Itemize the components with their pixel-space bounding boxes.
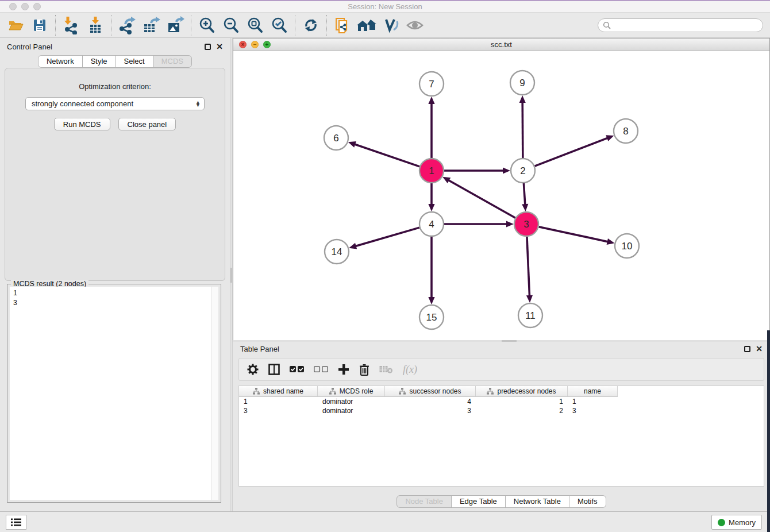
tab-edge-table[interactable]: Edge Table	[451, 495, 506, 508]
edge-4-14[interactable]	[355, 228, 419, 246]
main-area: Control Panel ✕ NetworkStyleSelectMCDS O…	[0, 38, 770, 511]
search-box[interactable]	[598, 18, 763, 32]
open-sample-network-button[interactable]	[330, 14, 355, 36]
splitter-grip[interactable]	[230, 268, 232, 283]
column-header-name[interactable]: name	[568, 386, 618, 397]
open-session-button[interactable]	[3, 14, 28, 36]
cell-name[interactable]: 3	[568, 406, 618, 415]
tab-network[interactable]: Network	[38, 55, 83, 68]
column-flow-icon	[399, 388, 406, 395]
tab-network-table[interactable]: Network Table	[505, 495, 569, 508]
column-header-mcds-role[interactable]: MCDS role	[318, 386, 385, 397]
refresh-icon	[303, 17, 319, 33]
network-canvas[interactable]: 7968124314101511	[233, 51, 769, 340]
toolbar-separator	[326, 15, 327, 36]
cell-successor-nodes[interactable]: 3	[385, 406, 476, 415]
cell-mcds-role[interactable]: dominator	[318, 406, 385, 415]
edge-2-8[interactable]	[535, 138, 609, 166]
cell-shared-name[interactable]: 3	[239, 406, 318, 415]
node-label: 10	[622, 241, 633, 252]
edge-2-3[interactable]	[523, 183, 525, 205]
task-history-button[interactable]	[6, 515, 26, 530]
zoom-fit-icon	[247, 17, 264, 34]
save-session-button[interactable]	[28, 14, 52, 36]
zoom-out-button[interactable]	[219, 14, 243, 36]
edge-3-1[interactable]	[448, 180, 515, 218]
mcds-result-text[interactable]: 1 3	[10, 287, 211, 500]
table-row[interactable]: 3dominator323	[239, 406, 764, 415]
close-panel-icon[interactable]: ✕	[216, 43, 223, 51]
tab-style[interactable]: Style	[82, 55, 116, 68]
node-label: 11	[525, 310, 536, 321]
node-label: 7	[429, 79, 434, 90]
export-image-button[interactable]	[163, 14, 187, 36]
edge-1-6[interactable]	[354, 144, 419, 167]
edge-arrowhead	[506, 221, 514, 227]
export-table-button[interactable]	[139, 14, 163, 36]
table-row[interactable]: 1dominator411	[239, 397, 764, 406]
column-flow-icon	[329, 388, 336, 395]
zoom-in-icon	[198, 17, 215, 34]
criterion-dropdown[interactable]: strongly connected component ▲▼	[25, 97, 205, 110]
tab-node-table[interactable]: Node Table	[396, 495, 452, 508]
refresh-network-button[interactable]	[299, 14, 323, 36]
float-panel-icon[interactable]	[205, 44, 211, 50]
cell-predecessor-nodes[interactable]: 2	[476, 406, 568, 415]
node-label: 8	[623, 126, 628, 137]
cell-name[interactable]: 1	[568, 397, 618, 406]
close-panel-button[interactable]: Close panel	[118, 118, 176, 130]
edge-3-10[interactable]	[538, 227, 608, 242]
select-all-button[interactable]	[290, 366, 304, 373]
column-header-shared-name[interactable]: shared name	[239, 386, 318, 397]
function-builder-button[interactable]: f(x)	[403, 364, 417, 376]
toolbar-separator	[295, 15, 295, 36]
cell-successor-nodes[interactable]: 4	[385, 397, 476, 406]
zoom-fit-button[interactable]	[243, 14, 267, 36]
edge-3-11[interactable]	[527, 237, 530, 296]
delete-column-button[interactable]	[359, 364, 369, 376]
import-network-button[interactable]	[59, 14, 83, 36]
float-table-panel-icon[interactable]	[744, 346, 750, 352]
add-column-button[interactable]	[338, 364, 349, 375]
gear-icon	[247, 364, 259, 375]
zoom-selected-button[interactable]	[267, 14, 291, 36]
vizmapper-button[interactable]	[379, 14, 403, 36]
deselect-all-button[interactable]	[314, 366, 328, 373]
import-network-icon	[63, 16, 80, 34]
run-mcds-button[interactable]: Run MCDS	[54, 118, 110, 130]
network-window: × – + scc.txt 7968124314101511	[233, 38, 770, 340]
home-button[interactable]	[355, 14, 379, 36]
search-input[interactable]	[611, 21, 754, 29]
cell-shared-name[interactable]: 1	[239, 397, 318, 406]
window-titlebar: Session: New Session	[0, 1, 770, 13]
memory-button[interactable]: Memory	[711, 515, 762, 530]
table-tabs: Node TableEdge TableNetwork TableMotifs	[233, 495, 770, 508]
tab-select[interactable]: Select	[116, 55, 153, 68]
edge-arrowhead	[607, 238, 615, 245]
tab-motifs[interactable]: Motifs	[569, 495, 606, 508]
column-header-successor-nodes[interactable]: successor nodes	[385, 386, 476, 397]
cell-predecessor-nodes[interactable]: 1	[476, 397, 568, 406]
tab-mcds[interactable]: MCDS	[153, 55, 192, 68]
open-folder-icon	[7, 17, 24, 34]
delete-table-button[interactable]	[379, 365, 393, 374]
edge-arrowhead	[522, 204, 528, 211]
node-label: 14	[332, 246, 342, 257]
result-scrollbar[interactable]	[211, 287, 218, 500]
document-network-icon	[334, 16, 351, 34]
node-table: shared nameMCDS rolesuccessor nodesprede…	[238, 385, 764, 487]
edge-2-9[interactable]	[522, 102, 523, 158]
import-table-icon	[87, 16, 104, 34]
show-graphics-details-button[interactable]	[403, 14, 427, 36]
cell-mcds-role[interactable]: dominator	[318, 397, 385, 406]
zoom-in-button[interactable]	[195, 14, 219, 36]
import-table-button[interactable]	[83, 14, 107, 36]
column-header-predecessor-nodes[interactable]: predecessor nodes	[476, 386, 568, 397]
network-window-titlebar: × – + scc.txt	[233, 38, 769, 51]
network-graph[interactable]: 7968124314101511	[233, 51, 769, 340]
optimization-criterion-label: Optimization criterion:	[5, 82, 225, 91]
column-panel-button[interactable]	[268, 364, 280, 375]
table-settings-button[interactable]	[247, 364, 259, 375]
export-network-button[interactable]	[115, 14, 139, 36]
close-table-panel-icon[interactable]: ✕	[756, 345, 763, 353]
